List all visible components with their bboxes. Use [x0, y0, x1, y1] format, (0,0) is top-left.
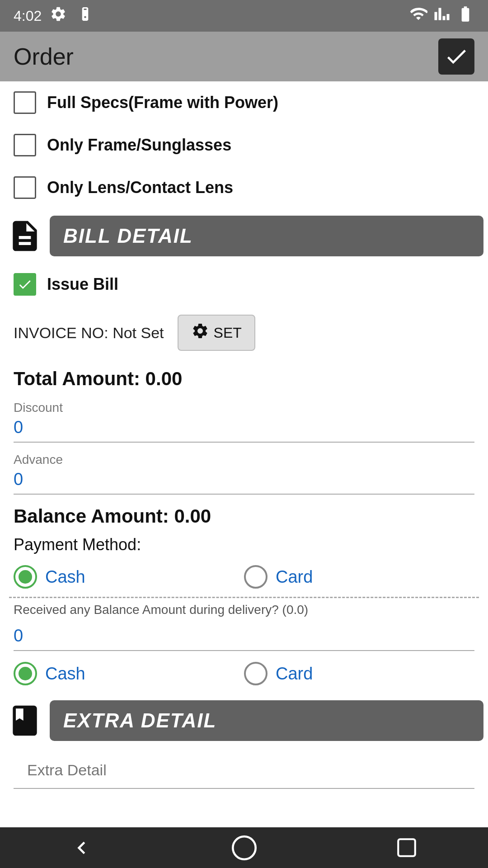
issue-bill-row: Issue Bill — [0, 263, 488, 306]
invoice-row: INVOICE NO: Not Set SET — [0, 306, 488, 360]
received-value[interactable]: 0 — [14, 626, 474, 651]
svg-rect-1 — [398, 839, 415, 856]
cash-option-2[interactable]: Cash — [14, 662, 244, 685]
cash-radio-inner-1 — [19, 570, 32, 584]
only-frame-checkbox[interactable] — [14, 134, 36, 156]
only-frame-row: Only Frame/Sunglasses — [0, 124, 488, 166]
only-lens-checkbox[interactable] — [14, 176, 36, 199]
cash-radio-inner-2 — [19, 667, 32, 680]
advance-label: Advance — [14, 453, 474, 467]
set-invoice-button[interactable]: SET — [178, 315, 255, 351]
payment-method-label: Payment Method: — [14, 535, 141, 554]
battery-icon — [456, 5, 474, 27]
page-title: Order — [14, 43, 74, 70]
sim-icon — [75, 6, 91, 26]
back-button[interactable] — [61, 832, 102, 863]
balance-amount-row: Balance Amount: 0.00 — [0, 497, 488, 531]
nav-bar — [0, 827, 488, 868]
full-specs-row: Full Specs(Frame with Power) — [0, 81, 488, 124]
settings-icon — [50, 5, 67, 26]
cash-label-2: Cash — [45, 664, 85, 684]
payment-radio-row-2: Cash Card — [0, 654, 488, 693]
discount-label: Discount — [14, 401, 474, 415]
svg-point-0 — [233, 836, 255, 859]
gear-icon — [191, 322, 209, 344]
recents-button[interactable] — [386, 832, 427, 863]
payment-radio-row-1: Cash Card — [0, 557, 488, 597]
issue-bill-checkbox[interactable] — [14, 273, 36, 296]
book-icon — [0, 698, 50, 743]
wifi-icon — [409, 5, 427, 27]
time-display: 4:02 — [14, 8, 42, 24]
balance-amount-text: Balance Amount: 0.00 — [14, 505, 211, 527]
only-frame-label: Only Frame/Sunglasses — [47, 136, 231, 155]
received-value-row: 0 — [0, 619, 488, 654]
card-label-2: Card — [276, 664, 313, 684]
full-specs-label: Full Specs(Frame with Power) — [47, 93, 278, 112]
card-option-2[interactable]: Card — [244, 662, 474, 685]
cash-label-1: Cash — [45, 567, 85, 587]
extra-detail-input[interactable] — [14, 752, 474, 789]
confirm-button[interactable] — [438, 38, 474, 75]
cash-radio-1[interactable] — [14, 565, 37, 589]
card-label-1: Card — [276, 567, 313, 587]
total-amount-row: Total Amount: 0.00 — [0, 360, 488, 393]
home-button[interactable] — [224, 832, 264, 863]
bill-detail-title-bar: BILL DETAIL — [50, 216, 483, 256]
signal-icon — [434, 6, 450, 26]
card-radio-2[interactable] — [244, 662, 267, 685]
issue-bill-label: Issue Bill — [47, 275, 118, 294]
advance-field-row: Advance 0 — [0, 445, 488, 497]
received-label: Received any Balance Amount during deliv… — [0, 598, 488, 619]
total-amount-text: Total Amount: 0.00 — [14, 368, 182, 389]
full-specs-checkbox[interactable] — [14, 91, 36, 114]
status-left: 4:02 — [14, 5, 91, 26]
extra-detail-title: EXTRA DETAIL — [63, 709, 216, 732]
extra-detail-input-wrapper — [0, 748, 488, 793]
set-button-label: SET — [214, 325, 242, 341]
status-right — [409, 5, 474, 27]
payment-method-label-row: Payment Method: — [0, 531, 488, 557]
card-option-1[interactable]: Card — [244, 565, 474, 589]
app-bar: Order — [0, 32, 488, 81]
cash-option-1[interactable]: Cash — [14, 565, 244, 589]
only-lens-row: Only Lens/Contact Lens — [0, 166, 488, 209]
discount-field-row: Discount 0 — [0, 393, 488, 445]
bill-detail-title: BILL DETAIL — [63, 225, 193, 247]
only-lens-label: Only Lens/Contact Lens — [47, 178, 233, 197]
card-radio-1[interactable] — [244, 565, 267, 589]
bill-detail-header: BILL DETAIL — [0, 213, 488, 259]
status-bar: 4:02 — [0, 0, 488, 32]
content-area: Full Specs(Frame with Power) Only Frame/… — [0, 81, 488, 868]
discount-value[interactable]: 0 — [14, 418, 474, 443]
extra-detail-header: EXTRA DETAIL — [0, 698, 488, 743]
invoice-no-text: INVOICE NO: Not Set — [14, 324, 164, 342]
bill-icon — [0, 213, 50, 259]
extra-detail-title-bar: EXTRA DETAIL — [50, 700, 483, 741]
cash-radio-2[interactable] — [14, 662, 37, 685]
advance-value[interactable]: 0 — [14, 470, 474, 495]
